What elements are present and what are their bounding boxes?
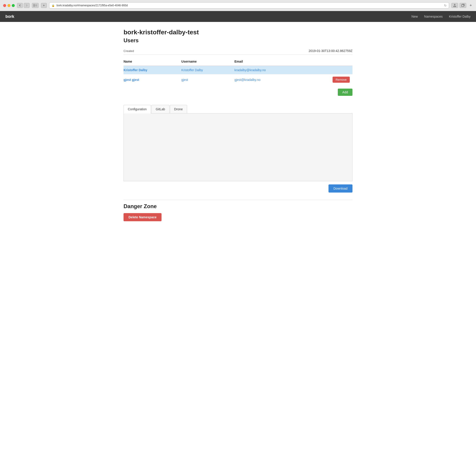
page-content: bork-kristoffer-dalby-test Users Created…	[118, 22, 358, 235]
svg-rect-5	[462, 4, 464, 7]
username-cell[interactable]: gjest	[182, 74, 235, 85]
divider	[123, 200, 353, 200]
created-label: Created	[123, 49, 151, 53]
forward-button[interactable]	[24, 3, 30, 8]
col-header-name: Name	[123, 58, 182, 66]
add-button[interactable]: Add	[338, 89, 353, 96]
username-cell[interactable]: Kristoffer Dalby	[182, 66, 235, 74]
lock-icon: 🔒	[52, 4, 55, 7]
sidebar-toggle[interactable]	[32, 3, 39, 8]
app-navbar: bork New Namespaces Kristoffer Dalby	[0, 11, 476, 22]
danger-zone-title: Danger Zone	[123, 203, 353, 210]
nav-link-user[interactable]: Kristoffer Dalby	[449, 15, 471, 18]
action-cell: Remove	[309, 74, 353, 85]
tabs-bar: Configuration GitLab Drone	[123, 105, 353, 114]
email-cell[interactable]: gjest@kradalby.no	[234, 74, 309, 85]
add-tab-button[interactable]: +	[469, 3, 473, 8]
remove-button[interactable]: Remove	[333, 77, 350, 83]
add-button-row: Add	[123, 89, 353, 99]
svg-rect-2	[35, 5, 37, 6]
table-row: Kristoffer DalbyKristoffer Dalbykradalby…	[123, 66, 353, 74]
users-table: Name Username Email Kristoffer DalbyKris…	[123, 58, 353, 85]
download-button[interactable]: Download	[329, 184, 353, 193]
nav-link-new[interactable]: New	[412, 15, 418, 18]
created-row: Created 2019-01-30T13:00:42.862759Z	[123, 47, 353, 55]
config-content	[123, 114, 353, 181]
svg-rect-1	[35, 4, 37, 5]
minimize-button[interactable]	[7, 4, 10, 7]
close-button[interactable]	[3, 4, 6, 7]
created-value: 2019-01-30T13:00:42.862759Z	[309, 49, 353, 53]
share-button[interactable]	[451, 3, 458, 8]
refresh-icon[interactable]: ↻	[444, 4, 447, 7]
window-chrome: 🔒 bork.kradalby.no/#/namespaces/2171f95a…	[0, 0, 476, 11]
traffic-lights	[3, 4, 15, 7]
tab-gitlab[interactable]: GitLab	[151, 105, 169, 113]
action-cell	[309, 66, 353, 74]
user-name-cell[interactable]: Kristoffer Dalby	[123, 66, 182, 74]
new-tab-button[interactable]	[460, 3, 466, 8]
user-name-cell[interactable]: gjest gjest	[123, 74, 182, 85]
col-header-action	[309, 58, 353, 66]
url-text: bork.kradalby.no/#/namespaces/2171f95a-e…	[57, 4, 442, 7]
col-header-email: Email	[234, 58, 309, 66]
nav-link-namespaces[interactable]: Namespaces	[424, 15, 443, 18]
nav-buttons	[17, 3, 30, 8]
svg-marker-4	[43, 4, 45, 6]
address-bar[interactable]: 🔒 bork.kradalby.no/#/namespaces/2171f95a…	[49, 2, 449, 9]
col-header-username: Username	[182, 58, 235, 66]
table-row: gjest gjestgjestgjest@kradalby.noRemove	[123, 74, 353, 85]
fullscreen-button[interactable]	[12, 4, 15, 7]
email-cell[interactable]: kradalby@kradalby.no	[234, 66, 309, 74]
svg-rect-0	[34, 4, 35, 7]
chrome-actions	[451, 3, 466, 8]
users-section-title: Users	[123, 37, 353, 44]
delete-namespace-button[interactable]: Delete Namespace	[123, 213, 161, 221]
tab-configuration[interactable]: Configuration	[123, 105, 151, 114]
nav-links: New Namespaces Kristoffer Dalby	[412, 15, 471, 18]
tab-drone[interactable]: Drone	[170, 105, 187, 113]
namespace-title: bork-kristoffer-dalby-test	[123, 29, 353, 36]
app-brand: bork	[5, 14, 412, 19]
svg-rect-3	[35, 6, 37, 7]
back-button[interactable]	[17, 3, 23, 8]
media-button[interactable]	[41, 3, 47, 8]
download-button-row: Download	[123, 184, 353, 193]
